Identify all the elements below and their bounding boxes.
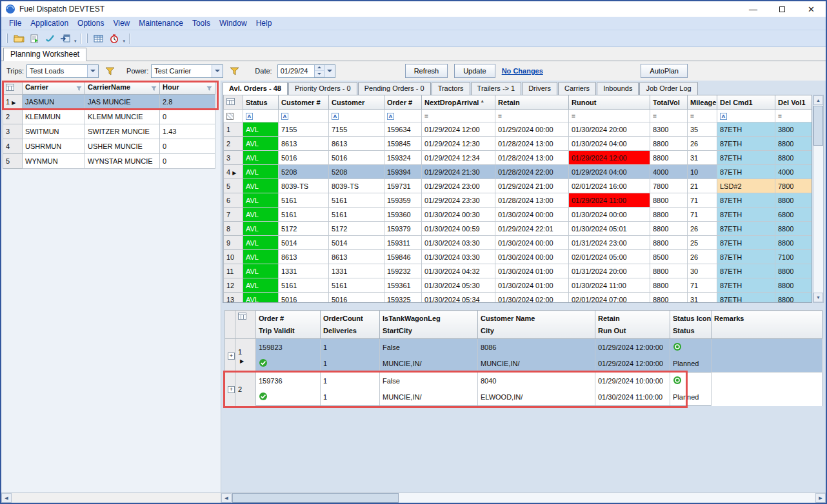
tab-drivers[interactable]: Drivers xyxy=(522,82,557,95)
tab-pending-orders-0[interactable]: Pending Orders - 0 xyxy=(358,82,431,95)
toolbar-open-button[interactable] xyxy=(11,32,26,46)
left-scroll-left-icon[interactable]: ◀ xyxy=(1,493,12,503)
filter-funnel-icon[interactable] xyxy=(151,85,157,93)
order-row[interactable]: 7AVL5161516115936001/30/2024 00:3001/30/… xyxy=(224,208,813,222)
toolbar-overflow-icon[interactable]: ▾ xyxy=(74,39,77,46)
tab-priority-orders-0[interactable]: Priority Orders - 0 xyxy=(288,82,357,95)
main-horizontal-scrollbar[interactable]: ◀ ▶ xyxy=(221,493,826,503)
menu-application[interactable]: Application xyxy=(26,17,73,29)
trips-combo-arrow-icon[interactable] xyxy=(87,65,98,77)
orders-col-header-del-cmd1[interactable]: Del Cmd1 xyxy=(717,95,775,110)
filter-funnel-icon[interactable] xyxy=(76,85,82,93)
expand-plus-icon[interactable]: + xyxy=(228,353,235,360)
power-filter-button[interactable] xyxy=(226,64,242,78)
toolbar-import-button[interactable] xyxy=(57,32,73,46)
orders-col-header-runout[interactable]: Runout xyxy=(569,95,650,110)
tab-planning-worksheet[interactable]: Planning Worksheet xyxy=(3,48,86,61)
date-spin-down-icon[interactable] xyxy=(315,71,324,77)
order-row[interactable]: 9AVL5014501415931101/30/2024 03:3001/30/… xyxy=(224,236,813,250)
orders-col-header-retain[interactable]: Retain xyxy=(495,95,569,110)
close-icon[interactable]: ✕ xyxy=(797,1,826,17)
no-changes-link[interactable]: No Changes xyxy=(502,67,543,75)
vertical-scroll-thumb[interactable] xyxy=(813,106,823,146)
filter-cell[interactable]: = xyxy=(775,110,813,122)
tab-avl-orders-48[interactable]: Avl. Orders - 48 xyxy=(223,82,288,95)
filter-cell[interactable]: A xyxy=(329,110,384,122)
trip-col-header-order-[interactable]: Order #Trip Validit xyxy=(256,311,321,339)
filter-cell[interactable]: A xyxy=(717,110,775,122)
scroll-up-icon[interactable]: ▲ xyxy=(813,95,823,105)
filter-funnel-icon[interactable] xyxy=(206,85,212,93)
carrier-row[interactable]: 3SWITMUNSWITZER MUNCIE1.43 xyxy=(3,124,215,139)
order-row[interactable]: 6AVL5161516115935901/29/2024 23:3001/28/… xyxy=(224,193,813,208)
scroll-right-icon[interactable]: ▶ xyxy=(815,493,826,503)
autoplan-button[interactable]: AutoPlan xyxy=(641,64,688,78)
trip-row-line1[interactable]: +1▶1598231False808601/29/2024 12:00:00 xyxy=(225,339,822,356)
filter-cell[interactable]: = xyxy=(422,110,495,122)
refresh-button[interactable]: Refresh xyxy=(405,64,448,78)
order-row[interactable]: 4▶AVL5208520815939401/29/2024 21:3001/28… xyxy=(224,165,813,179)
order-row[interactable]: 3AVL5016501615932401/29/2024 12:3401/28/… xyxy=(224,151,813,165)
filter-cell[interactable]: A xyxy=(243,110,279,122)
carrier-row[interactable]: 4USHRMUNUSHER MUNCIE0 xyxy=(3,139,215,154)
trips-filter-button[interactable] xyxy=(102,64,117,78)
carrier-col-header-carriername[interactable]: CarrierName xyxy=(85,82,160,95)
power-combo-arrow-icon[interactable] xyxy=(212,65,223,77)
trip-grid-selector[interactable] xyxy=(235,311,256,339)
tab-carriers[interactable]: Carriers xyxy=(558,82,596,95)
menu-tools[interactable]: Tools xyxy=(188,17,215,29)
carrier-row[interactable]: 1▶JASMUNJAS MUNCIE2.8 xyxy=(3,95,215,110)
order-row[interactable]: 5AVL8039-TS8039-TS15973101/29/2024 23:00… xyxy=(224,179,813,193)
filter-cell[interactable]: = xyxy=(688,110,717,122)
date-input[interactable]: 01/29/24 xyxy=(277,64,335,78)
tab-trailers-1[interactable]: Trailers -> 1 xyxy=(471,82,522,95)
order-row[interactable]: 1AVL7155715515963401/29/2024 12:0001/29/… xyxy=(224,122,813,137)
toolbar-grid-button[interactable] xyxy=(91,32,106,46)
filter-cell[interactable]: = xyxy=(650,110,688,122)
orders-col-header-customer-[interactable]: Customer # xyxy=(279,95,329,110)
tab-inbounds[interactable]: Inbounds xyxy=(597,82,639,95)
toolbar-export-button[interactable] xyxy=(26,32,42,46)
orders-vertical-scrollbar[interactable]: ▲ ▼ xyxy=(813,95,824,303)
menu-options[interactable]: Options xyxy=(73,17,108,29)
trip-col-header-status-icon[interactable]: Status IconStatus xyxy=(670,311,712,339)
carrier-col-header-carrier[interactable]: Carrier xyxy=(23,82,85,95)
horizontal-scroll-thumb[interactable] xyxy=(232,493,399,503)
trip-expand-cell[interactable]: + xyxy=(225,339,235,373)
carrier-row[interactable]: 2KLEMMUNKLEMM MUNCIE0 xyxy=(3,110,215,124)
orders-col-header-customer[interactable]: Customer xyxy=(329,95,384,110)
menu-maintenance[interactable]: Maintenance xyxy=(134,17,188,29)
date-dropdown-icon[interactable] xyxy=(324,65,335,77)
order-row[interactable]: 11AVL1331133115923201/30/2024 04:3201/30… xyxy=(224,264,813,278)
trip-col-header-remarks[interactable]: Remarks xyxy=(712,311,822,339)
scroll-down-icon[interactable]: ▼ xyxy=(813,293,823,302)
order-row[interactable]: 10AVL8613861315984601/30/2024 03:3001/30… xyxy=(224,250,813,264)
tab-tractors[interactable]: Tractors xyxy=(432,82,470,95)
filter-cell[interactable]: = xyxy=(569,110,650,122)
trip-expand-cell[interactable]: + xyxy=(225,373,235,406)
tab-job-order-log[interactable]: Job Order Log xyxy=(639,82,697,95)
order-row[interactable]: 13AVL5016501615932501/30/2024 05:3401/30… xyxy=(224,293,813,304)
trip-col-header-ordercount[interactable]: OrderCountDeliveries xyxy=(321,311,380,339)
trip-col-header-customer-name[interactable]: Customer NameCity xyxy=(478,311,595,339)
toolbar-overflow-icon[interactable]: ▾ xyxy=(123,39,126,46)
update-button[interactable]: Update xyxy=(454,64,495,78)
carrier-row[interactable]: 5WYNMUNWYNSTAR MUNCIE0 xyxy=(3,154,215,169)
orders-grid-selector[interactable] xyxy=(224,95,243,110)
power-combo[interactable]: Test Carrier xyxy=(151,64,223,78)
trip-col-header-retain[interactable]: RetainRun Out xyxy=(595,311,670,339)
menu-view[interactable]: View xyxy=(108,17,134,29)
order-row[interactable]: 2AVL8613861315984501/29/2024 12:3001/28/… xyxy=(224,137,813,151)
minimize-icon[interactable]: — xyxy=(739,1,768,17)
date-spinner[interactable] xyxy=(314,65,324,77)
filter-cell[interactable]: A xyxy=(279,110,329,122)
trip-row-line1[interactable]: +21597361False804001/29/2024 10:00:00 xyxy=(225,373,822,389)
toolbar-timer-button[interactable] xyxy=(106,32,122,46)
orders-col-header-nextdroparrival[interactable]: NextDropArrival▲ xyxy=(422,95,495,110)
expand-plus-icon[interactable]: + xyxy=(228,386,235,393)
trips-combo[interactable]: Test Loads xyxy=(26,64,99,78)
menu-help[interactable]: Help xyxy=(252,17,277,29)
carrier-grid-selector[interactable] xyxy=(3,82,23,95)
orders-col-header-del-vol1[interactable]: Del Vol1 xyxy=(775,95,813,110)
orders-col-header-status[interactable]: Status xyxy=(243,95,279,110)
